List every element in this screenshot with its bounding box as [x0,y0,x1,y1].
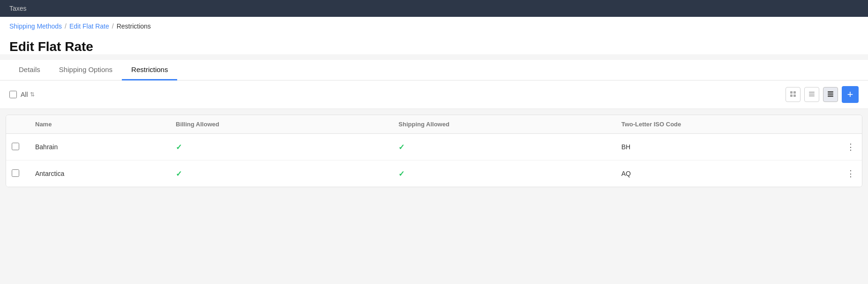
col-actions [838,121,862,128]
row-billing-1: ✓ [170,143,393,152]
toolbar-left: All ⇅ [9,91,35,98]
row-menu-button-1[interactable]: ⋮ [844,140,857,153]
svg-rect-1 [793,91,796,94]
breadcrumb-sep-1: / [65,22,67,30]
row-menu-2[interactable]: ⋮ [838,167,862,180]
page-title: Edit Flat Rate [0,34,868,54]
toolbar: All ⇅ [0,80,868,109]
top-bar: Taxes [0,0,868,17]
breadcrumb-shipping-methods[interactable]: Shipping Methods [9,22,62,30]
row-menu-button-2[interactable]: ⋮ [844,167,857,180]
add-button[interactable]: + [842,86,859,103]
table-icon [827,91,834,99]
list-icon [808,91,815,99]
svg-rect-7 [828,91,833,93]
row-shipping-1: ✓ [393,143,615,152]
tab-shipping-options[interactable]: Shipping Options [50,60,122,80]
row-shipping-2: ✓ [393,169,615,178]
billing-check-icon-1: ✓ [176,143,182,151]
table-row: Bahrain ✓ ✓ BH ⋮ [6,134,862,160]
table-row: Antarctica ✓ ✓ AQ ⋮ [6,160,862,187]
col-checkbox [6,121,30,128]
svg-rect-0 [790,91,793,94]
svg-rect-6 [809,95,815,96]
breadcrumb-restrictions: Restrictions [117,22,151,30]
tabs-bar: Details Shipping Options Restrictions [0,60,868,80]
col-shipping-allowed: Shipping Allowed [393,121,615,128]
tab-restrictions[interactable]: Restrictions [122,60,177,80]
more-icon-1: ⋮ [846,142,855,152]
breadcrumb: Shipping Methods / Edit Flat Rate / Rest… [0,17,868,34]
tab-details[interactable]: Details [9,60,50,80]
table-view-button[interactable] [823,87,838,102]
col-billing-allowed: Billing Allowed [170,121,393,128]
row-iso-2: AQ [616,170,838,177]
row-checkbox-2[interactable] [6,169,30,178]
data-table: Name Billing Allowed Shipping Allowed Tw… [6,115,862,187]
row-name-1: Bahrain [30,143,170,151]
row-menu-1[interactable]: ⋮ [838,140,862,153]
row-name-2: Antarctica [30,170,170,177]
col-iso-code: Two-Letter ISO Code [616,121,838,128]
select-all-checkbox[interactable] [9,91,17,98]
shipping-check-icon-1: ✓ [398,143,404,151]
row-iso-1: BH [616,143,838,151]
breadcrumb-sep-2: / [112,22,114,30]
row-billing-2: ✓ [170,169,393,178]
svg-rect-2 [790,95,793,97]
grid-icon [790,91,796,99]
add-icon: + [847,88,853,101]
svg-rect-8 [828,93,833,95]
breadcrumb-edit-flat-rate[interactable]: Edit Flat Rate [69,22,109,30]
top-bar-label: Taxes [9,5,27,12]
grid-view-button[interactable] [786,87,801,102]
table-header: Name Billing Allowed Shipping Allowed Tw… [6,115,862,134]
svg-rect-5 [809,94,815,95]
row-checkbox-1[interactable] [6,143,30,152]
col-name: Name [30,121,170,128]
shipping-check-icon-2: ✓ [398,170,404,178]
svg-rect-4 [809,92,815,93]
more-icon-2: ⋮ [846,168,855,179]
all-label[interactable]: All ⇅ [21,91,35,98]
iso-code-text-1: BH [621,143,630,151]
toolbar-right: + [786,86,859,103]
list-view-button[interactable] [804,87,819,102]
svg-rect-9 [828,95,833,97]
all-arrow-icon: ⇅ [30,91,35,98]
svg-rect-3 [793,95,796,97]
iso-code-text-2: AQ [621,170,631,177]
billing-check-icon-2: ✓ [176,170,182,178]
